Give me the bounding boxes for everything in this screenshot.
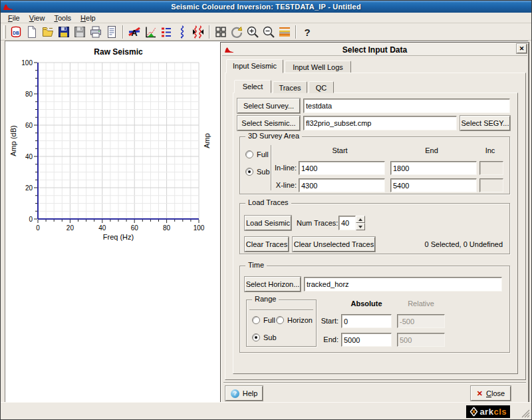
inline-start-input[interactable] [299,161,385,175]
open-folder-button[interactable] [40,24,56,40]
radio-range-sub[interactable]: Sub [252,333,277,341]
svg-text:100: 100 [194,224,205,232]
clear-unselected-traces-button[interactable]: Clear Unselected Traces [293,237,375,252]
num-traces-stepper [338,216,365,230]
colormap-icon [278,25,291,39]
crossplot-icon [144,25,157,39]
time-end-absolute-input[interactable] [341,333,392,347]
window-title: Seismic Coloured Inversion: TESTDATA_IP … [1,3,531,11]
colormap-button[interactable] [277,24,293,40]
header-relative: Relative [397,300,445,308]
menu-file[interactable]: File [3,13,25,23]
svg-text:60: 60 [25,122,33,129]
range-title: Range [252,295,279,303]
header-absolute: Absolute [341,300,392,308]
toolbar-separator [122,25,124,39]
select-horizon-button[interactable]: Select Horizon... [245,277,301,292]
select-input-data-dialog: Select Input Data ✕ Input Seismic Input … [220,42,529,405]
save-as-button[interactable] [72,24,88,40]
load-traces-title: Load Traces [245,198,291,206]
toolbar: DBA? [1,23,531,41]
zoom-out-icon [262,25,275,39]
list-view-icon [160,25,173,39]
toolbar-separator [295,25,297,39]
new-document-button[interactable] [24,24,40,40]
report-icon [105,25,118,39]
radio-dot [252,316,260,324]
xline-end-input[interactable] [390,178,477,192]
up-arrow-icon [358,218,362,221]
survey-input[interactable] [303,99,510,113]
menu-bar: File View Tools Help [1,13,531,23]
header-end: End [392,146,471,154]
zoom-in-button[interactable] [245,24,261,40]
help-button[interactable]: ? [299,24,315,40]
wavelet-extract-icon: A [128,25,141,39]
radio-dot [245,168,253,176]
radio-range-full[interactable]: Full [252,316,275,324]
reset-view-icon [230,25,243,39]
clear-traces-button[interactable]: Clear Traces [245,237,289,252]
new-document-icon [25,25,39,39]
save-icon [57,25,70,39]
radio-dot [276,316,284,324]
inline-label: In-line: [273,164,297,172]
svg-text:80: 80 [163,224,171,232]
seismic-traces-button[interactable] [190,24,206,40]
svg-text:Freq (Hz): Freq (Hz) [103,233,134,241]
stepper-down-button[interactable] [356,223,365,230]
select-seismic-button[interactable]: Select Seismic... [237,116,300,130]
close-x-icon: ✕ [477,389,483,398]
menu-help[interactable]: Help [76,13,100,23]
wavelet-extract-button[interactable]: A [126,24,142,40]
menu-view[interactable]: View [25,13,50,23]
radio-dot [252,333,260,341]
help-icon: ? [231,389,239,398]
select-segy-button[interactable]: Select SEGY... [460,116,510,130]
close-button[interactable]: ✕ Close [471,386,511,401]
crossplot-button[interactable] [142,24,158,40]
zoom-out-button[interactable] [261,24,277,40]
radio-survey-full[interactable]: Full [245,150,269,158]
num-traces-input[interactable] [338,216,356,230]
svg-text:DB: DB [13,30,19,35]
seismic-trace-icon [176,25,189,39]
arkcls-diamond-icon [468,406,479,417]
report-button[interactable] [104,24,120,40]
seismic-trace-button[interactable] [174,24,190,40]
reset-view-button[interactable] [229,24,245,40]
load-seismic-button[interactable]: Load Seismic [245,216,291,230]
svg-text:A: A [131,28,138,38]
xline-inc-input [479,178,503,192]
select-survey-button[interactable]: Select Survey... [237,99,300,113]
resize-grip[interactable] [521,409,530,418]
time-start-label: Start: [319,317,338,325]
menu-tools[interactable]: Tools [49,13,76,23]
toolbar-handle [3,25,6,39]
print-icon [89,25,102,39]
database-icon: DB [9,25,23,39]
tile-windows-button[interactable] [213,24,229,40]
xline-start-input[interactable] [299,178,385,192]
list-view-button[interactable] [158,24,174,40]
horizon-input[interactable] [304,277,502,292]
database-button[interactable]: DB [8,24,24,40]
inline-end-input[interactable] [390,161,477,175]
radio-survey-sub[interactable]: Sub [245,168,270,176]
svg-text:0: 0 [36,224,40,232]
svg-text:80: 80 [25,91,33,98]
stepper-up-button[interactable] [356,216,365,223]
header-inc: Inc [474,146,506,154]
time-title: Time [245,261,267,269]
selection-status: 0 Selected, 0 Undefined [396,240,503,248]
inline-inc-input [479,161,503,175]
radio-range-horizon[interactable]: Horizon [276,316,313,324]
print-button[interactable] [88,24,104,40]
zoom-in-icon [246,25,259,39]
seismic-input[interactable] [303,116,457,130]
time-start-absolute-input[interactable] [341,314,392,328]
dialog-footer-separator [223,382,526,383]
save-button[interactable] [56,24,72,40]
time-start-relative-input [397,314,445,328]
help-button[interactable]: ? Help [225,386,263,401]
